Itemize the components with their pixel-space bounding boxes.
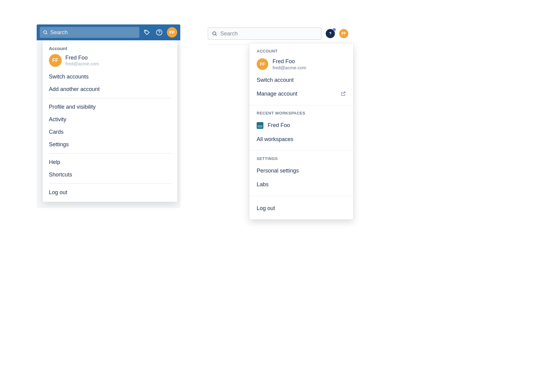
tag-icon bbox=[144, 29, 150, 36]
right-app-panel: FF Account FF Fred Foo fred@acme.com Swi… bbox=[208, 27, 348, 45]
menu-item-cards[interactable]: Cards bbox=[43, 126, 177, 138]
section-settings-right: Settings Personal settings Labs bbox=[249, 151, 353, 196]
help-icon-button-left[interactable] bbox=[155, 28, 164, 37]
avatar-right-menu: FF bbox=[257, 58, 268, 70]
avatar-right-header[interactable]: FF bbox=[339, 29, 348, 38]
help-icon bbox=[156, 29, 163, 36]
right-header-bar: FF bbox=[208, 27, 348, 45]
svg-line-6 bbox=[215, 34, 216, 35]
avatar-left-menu: FF bbox=[49, 54, 62, 67]
manage-account-label: Manage account bbox=[257, 91, 297, 97]
user-info-row-left: FF Fred Foo fred@acme.com bbox=[43, 54, 177, 71]
svg-point-4 bbox=[159, 34, 160, 34]
menu-item-manage-account[interactable]: Manage account bbox=[249, 87, 353, 101]
user-email-left: fred@acme.com bbox=[65, 61, 99, 66]
tag-icon-button[interactable] bbox=[142, 28, 152, 37]
section-title-account-left: Account bbox=[43, 45, 177, 54]
account-menu-left: Account FF Fred Foo fred@acme.com Switch… bbox=[43, 40, 177, 202]
search-box-left[interactable] bbox=[40, 27, 139, 38]
section-title-recent: Recent Workspaces bbox=[249, 111, 353, 118]
svg-point-2 bbox=[145, 31, 146, 31]
menu-item-logout-right[interactable]: Log out bbox=[249, 201, 353, 215]
divider bbox=[49, 98, 171, 98]
user-email-right: fred@acme.com bbox=[273, 65, 306, 70]
workspace-icon bbox=[257, 122, 263, 129]
search-icon bbox=[43, 30, 48, 35]
help-icon-button-right[interactable] bbox=[326, 29, 335, 38]
account-menu-right: Account FF Fred Foo fred@acme.com Switch… bbox=[249, 43, 353, 220]
section-recent-workspaces: Recent Workspaces Fred Foo All workspace… bbox=[249, 105, 353, 151]
avatar-left-header[interactable]: FF bbox=[167, 27, 177, 38]
section-account-right: Account FF Fred Foo fred@acme.com Switch… bbox=[249, 43, 353, 105]
section-logout-right: Log out bbox=[249, 196, 353, 220]
menu-item-help[interactable]: Help bbox=[43, 156, 177, 169]
section-title-account-right: Account bbox=[249, 49, 353, 56]
search-input-right[interactable] bbox=[220, 31, 317, 37]
menu-item-activity[interactable]: Activity bbox=[43, 113, 177, 126]
search-input-left[interactable] bbox=[50, 29, 136, 36]
workspace-name-label: Fred Foo bbox=[268, 122, 290, 129]
svg-point-5 bbox=[213, 32, 216, 35]
divider bbox=[49, 183, 171, 184]
left-header-bar: FF bbox=[37, 24, 180, 40]
svg-point-0 bbox=[44, 31, 47, 34]
left-body: Account FF Fred Foo fred@acme.com Switch… bbox=[37, 40, 180, 208]
left-app-panel: FF Account FF Fred Foo fred@acme.com Swi… bbox=[37, 24, 180, 208]
menu-item-labs[interactable]: Labs bbox=[249, 178, 353, 191]
help-icon bbox=[328, 31, 333, 36]
user-name-right: Fred Foo bbox=[273, 58, 306, 65]
svg-point-7 bbox=[330, 34, 331, 35]
menu-item-shortcuts[interactable]: Shortcuts bbox=[43, 169, 177, 181]
menu-item-personal-settings[interactable]: Personal settings bbox=[249, 164, 353, 178]
user-info-row-right: FF Fred Foo fred@acme.com bbox=[249, 56, 353, 73]
external-link-icon bbox=[340, 91, 346, 96]
menu-item-all-workspaces[interactable]: All workspaces bbox=[249, 132, 353, 146]
search-icon bbox=[212, 31, 217, 36]
divider bbox=[49, 153, 171, 154]
menu-item-switch-account[interactable]: Switch account bbox=[249, 73, 353, 87]
menu-item-add-another-account[interactable]: Add another account bbox=[43, 83, 177, 96]
menu-item-logout-left[interactable]: Log out bbox=[43, 186, 177, 199]
menu-item-profile-visibility[interactable]: Profile and visibility bbox=[43, 101, 177, 113]
menu-item-workspace[interactable]: Fred Foo bbox=[249, 118, 353, 132]
svg-line-1 bbox=[46, 33, 47, 34]
section-title-settings: Settings bbox=[249, 156, 353, 164]
user-name-left: Fred Foo bbox=[65, 55, 99, 61]
search-box-right[interactable] bbox=[208, 27, 321, 40]
notification-dot bbox=[333, 28, 336, 31]
menu-item-switch-accounts[interactable]: Switch accounts bbox=[43, 71, 177, 83]
menu-item-settings-left[interactable]: Settings bbox=[43, 138, 177, 151]
